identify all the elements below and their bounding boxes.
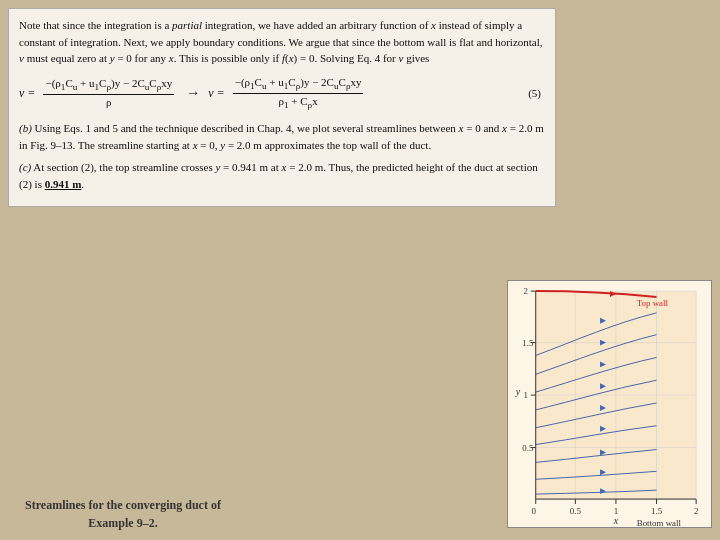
top-wall-label: Top wall (637, 298, 669, 308)
graph-container: 0 0.5 1 1.5 2 x 0.5 1 1.5 (507, 280, 712, 528)
y-tick-1: 1 (524, 390, 528, 400)
y-axis-label: y (515, 386, 521, 397)
part-c-text: (c) At section (2), the top streamline c… (19, 159, 545, 192)
x-tick-0: 0 (532, 506, 537, 516)
eq5-denominator-left: ρ (104, 95, 114, 111)
v-label: v = (19, 85, 35, 102)
x-tick-05: 0.5 (570, 506, 582, 516)
y-tick-05: 0.5 (522, 443, 534, 453)
x-tick-15: 1.5 (651, 506, 663, 516)
eq5-numerator-left: −(ρ1Cu + u1Cρ)y − 2CuCρxy (43, 76, 174, 95)
eq5-fraction-right: −(ρ1Cu + u1Cρ)y − 2CuCρxy ρ1 + Cρx (233, 75, 364, 113)
eq5-denominator-right: ρ1 + Cρx (276, 94, 319, 112)
eq5-numerator-right: −(ρ1Cu + u1Cρ)y − 2CuCρxy (233, 75, 364, 94)
caption-box: Streamlines for the converging duct of E… (8, 496, 238, 532)
content-box: Note that since the integration is a par… (8, 8, 556, 207)
equation-number: (5) (528, 86, 545, 102)
part-b-text: (b) Using Eqs. 1 and 5 and the technique… (19, 120, 545, 153)
caption-text: Streamlines for the converging duct of E… (25, 498, 221, 530)
arrow-symbol: → (186, 83, 200, 103)
y-tick-15: 1.5 (522, 338, 534, 348)
x-axis-label: x (613, 515, 619, 526)
main-container: Note that since the integration is a par… (0, 0, 720, 540)
y-tick-2: 2 (524, 286, 528, 296)
v-label2: v = (208, 85, 224, 102)
this-word: This (179, 52, 199, 64)
equation5-row: v = −(ρ1Cu + u1Cρ)y − 2CuCρxy ρ → v = −(… (19, 75, 545, 113)
eq5-fraction-left: −(ρ1Cu + u1Cρ)y − 2CuCρxy ρ (43, 76, 174, 111)
streamlines-graph: 0 0.5 1 1.5 2 x 0.5 1 1.5 (508, 281, 711, 527)
x-tick-2: 2 (694, 506, 698, 516)
bottom-wall-label: Bottom wall (637, 518, 682, 527)
paragraph1: Note that since the integration is a par… (19, 17, 545, 67)
highlighted-value: 0.941 m (45, 178, 82, 190)
